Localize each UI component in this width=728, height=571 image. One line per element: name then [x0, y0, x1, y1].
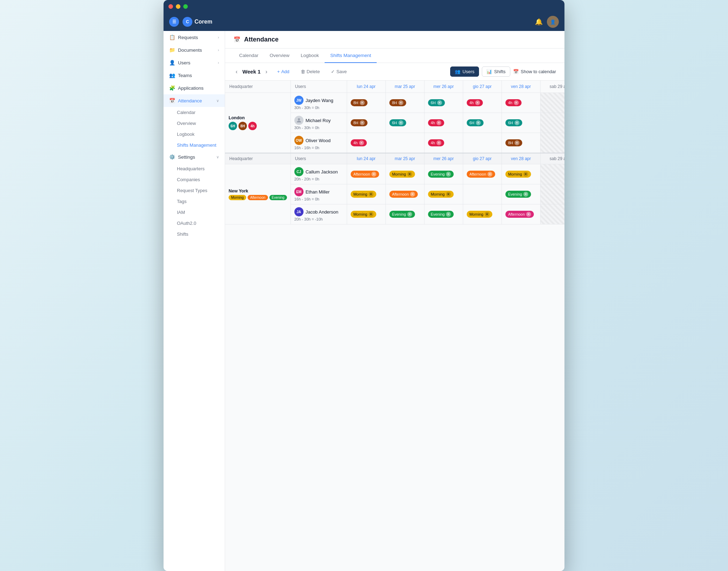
- hamburger-icon[interactable]: ☰: [169, 17, 179, 27]
- shift-chip[interactable]: 6H ✕: [467, 119, 484, 126]
- shift-ow-thu[interactable]: [463, 133, 502, 153]
- close-icon[interactable]: ✕: [369, 212, 373, 217]
- sidebar-sub-shifts[interactable]: Shifts: [177, 229, 225, 240]
- shift-chip[interactable]: 8H ✕: [505, 139, 522, 146]
- date-link2-lun24[interactable]: lun 24 apr: [357, 156, 375, 161]
- shift-chip[interactable]: 6H ✕: [428, 99, 445, 106]
- shift-em-fri[interactable]: Evening ✕: [502, 184, 540, 204]
- shift-chip[interactable]: Evening ✕: [428, 211, 454, 218]
- user-avatar[interactable]: 👤: [547, 16, 559, 28]
- close-icon[interactable]: ✕: [407, 172, 412, 177]
- sidebar-sub-overview[interactable]: Overview: [177, 118, 225, 129]
- next-week-button[interactable]: ›: [263, 68, 269, 76]
- close-icon[interactable]: ✕: [359, 140, 364, 145]
- close-icon[interactable]: ✕: [523, 192, 528, 197]
- shift-chip[interactable]: Morning ✕: [505, 171, 531, 178]
- shift-cj-fri[interactable]: Morning ✕: [502, 164, 540, 184]
- sidebar-sub-companies[interactable]: Companies: [177, 174, 225, 185]
- close-icon[interactable]: ✕: [360, 120, 365, 125]
- close-icon[interactable]: ✕: [436, 120, 441, 125]
- date-link2-ven28[interactable]: ven 28 apr: [511, 156, 531, 161]
- shift-em-wed[interactable]: Morning ✕: [424, 184, 463, 204]
- close-icon[interactable]: ✕: [476, 120, 481, 125]
- close-icon[interactable]: ✕: [446, 172, 451, 177]
- shift-chip[interactable]: Morning ✕: [428, 191, 454, 198]
- shift-chip[interactable]: Evening ✕: [505, 191, 531, 198]
- sidebar-sub-oauth[interactable]: OAuth2.0: [177, 218, 225, 229]
- shift-jw-mon[interactable]: 8H ✕: [347, 93, 385, 113]
- close-icon[interactable]: ✕: [371, 172, 376, 177]
- shift-mr-tue[interactable]: 6H ✕: [385, 113, 424, 133]
- shift-chip[interactable]: Evening ✕: [428, 171, 454, 178]
- shift-chip[interactable]: 4h ✕: [428, 139, 444, 146]
- shift-em-mon[interactable]: Morning ✕: [347, 184, 385, 204]
- sidebar-sub-headquarters[interactable]: Headquarters: [177, 163, 225, 174]
- close-icon[interactable]: ✕: [526, 212, 531, 217]
- close-icon[interactable]: ✕: [398, 120, 403, 125]
- shift-ja-wed[interactable]: Evening ✕: [424, 204, 463, 224]
- shift-cj-tue[interactable]: Morning ✕: [385, 164, 424, 184]
- shift-chip[interactable]: Afternoon ✕: [467, 171, 496, 178]
- users-view-button[interactable]: 👥 Users: [450, 66, 479, 77]
- notifications-icon[interactable]: 🔔: [535, 18, 543, 26]
- delete-button[interactable]: 🗑 Delete: [297, 67, 324, 76]
- date-link-gio27[interactable]: gio 27 apr: [473, 84, 491, 89]
- maximize-button[interactable]: [183, 4, 188, 9]
- close-icon[interactable]: ✕: [407, 212, 412, 217]
- shift-ow-tue[interactable]: [385, 133, 424, 153]
- shift-mr-fri[interactable]: 6H ✕: [502, 113, 540, 133]
- shift-chip[interactable]: 6H ✕: [389, 119, 406, 126]
- date-link-lun24[interactable]: lun 24 apr: [357, 84, 375, 89]
- close-button[interactable]: [168, 4, 173, 9]
- sidebar-sub-tags[interactable]: Tags: [177, 196, 225, 207]
- shift-ja-mon[interactable]: Morning ✕: [347, 204, 385, 224]
- date-link-mar25[interactable]: mar 25 apr: [395, 84, 415, 89]
- close-icon[interactable]: ✕: [398, 100, 403, 105]
- shift-mr-mon[interactable]: 8H ✕: [347, 113, 385, 133]
- shift-chip[interactable]: 8H ✕: [389, 99, 406, 106]
- shift-chip[interactable]: Afternoon ✕: [389, 191, 418, 198]
- close-icon[interactable]: ✕: [446, 192, 451, 197]
- close-icon[interactable]: ✕: [514, 100, 519, 105]
- shift-ja-thu[interactable]: Morning ✕: [463, 204, 502, 224]
- sidebar-sub-calendar[interactable]: Calendar: [177, 107, 225, 118]
- date-link-ven28[interactable]: ven 28 apr: [511, 84, 531, 89]
- sidebar-item-requests[interactable]: 📋 Requests ›: [164, 31, 225, 44]
- shift-chip[interactable]: 4h ✕: [505, 99, 522, 106]
- close-icon[interactable]: ✕: [475, 100, 480, 105]
- sidebar-item-documents[interactable]: 📁 Documents ›: [164, 44, 225, 56]
- date-link2-gio27[interactable]: gio 27 apr: [473, 156, 491, 161]
- close-icon[interactable]: ✕: [437, 100, 442, 105]
- close-icon[interactable]: ✕: [523, 172, 528, 177]
- shift-chip[interactable]: Morning ✕: [467, 211, 493, 218]
- sidebar-item-settings[interactable]: ⚙️ Settings ∨: [164, 151, 225, 163]
- add-button[interactable]: + Add: [274, 67, 293, 76]
- shift-cj-wed[interactable]: Evening ✕: [424, 164, 463, 184]
- shift-ja-fri[interactable]: Afternoon ✕: [502, 204, 540, 224]
- shift-ow-wed[interactable]: 4h ✕: [424, 133, 463, 153]
- shift-chip[interactable]: 8H ✕: [351, 119, 368, 126]
- sidebar-sub-logbook[interactable]: Logbook: [177, 129, 225, 140]
- shift-chip[interactable]: Morning ✕: [351, 211, 377, 218]
- sidebar-item-attendance[interactable]: 📅 Attendance ∨: [164, 94, 225, 107]
- shift-ja-tue[interactable]: Evening ✕: [385, 204, 424, 224]
- shift-ow-fri[interactable]: 8H ✕: [502, 133, 540, 153]
- sidebar-item-users[interactable]: 👤 Users ›: [164, 56, 225, 69]
- shift-chip[interactable]: Afternoon ✕: [351, 171, 379, 178]
- date-link2-mer26[interactable]: mer 26 apr: [433, 156, 454, 161]
- shift-em-thu[interactable]: [463, 184, 502, 204]
- shift-jw-wed[interactable]: 6H ✕: [424, 93, 463, 113]
- tab-calendar[interactable]: Calendar: [234, 49, 264, 63]
- date-link-mer26[interactable]: mer 26 apr: [433, 84, 454, 89]
- tab-shifts-management[interactable]: Shifts Management: [325, 49, 377, 63]
- minimize-button[interactable]: [176, 4, 180, 9]
- close-icon[interactable]: ✕: [446, 212, 451, 217]
- date-link2-mar25[interactable]: mar 25 apr: [395, 156, 415, 161]
- close-icon[interactable]: ✕: [360, 100, 365, 105]
- sidebar-item-teams[interactable]: 👥 Teams: [164, 69, 225, 82]
- tab-overview[interactable]: Overview: [264, 49, 295, 63]
- sidebar-item-applications[interactable]: 🧩 Applications: [164, 82, 225, 94]
- save-button[interactable]: ✓ Save: [327, 67, 350, 76]
- close-icon[interactable]: ✕: [515, 140, 519, 145]
- shift-ow-mon[interactable]: 4h ✕: [347, 133, 385, 153]
